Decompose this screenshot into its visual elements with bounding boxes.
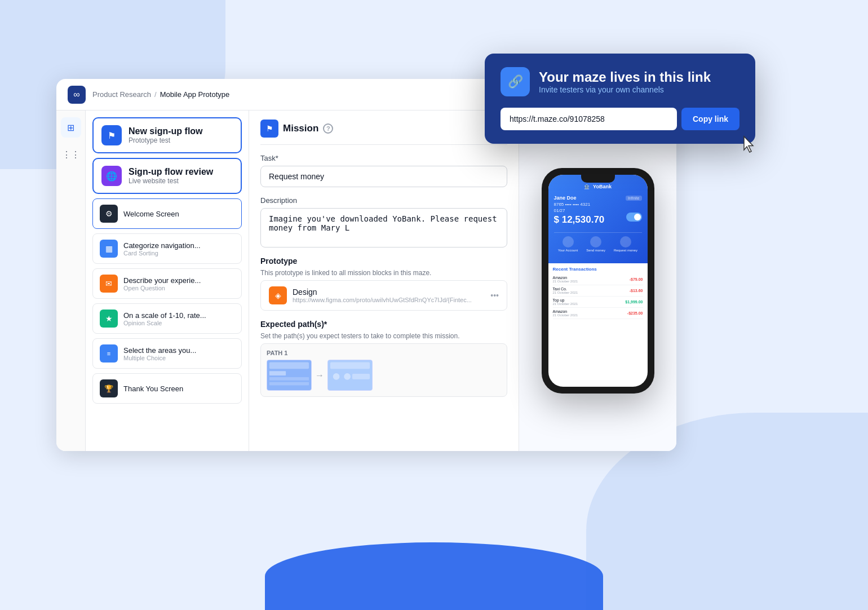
yobank-toggle[interactable]: [626, 213, 642, 222]
expected-paths-section: Expected path(s)* Set the path(s) you ex…: [260, 320, 507, 397]
prototype-info: Design https://www.figma.com/proto/uwilv…: [293, 288, 472, 303]
mission-help-icon[interactable]: ?: [323, 123, 333, 134]
popup-subtitle: Invite testers via your own channels: [539, 85, 711, 94]
yobank-header: 🏦 YoBank Jane Doe Infinite 8765 •••• •••…: [548, 175, 648, 263]
path-card-1: PATH 1 →: [260, 343, 507, 397]
yobank-status: Infinite: [626, 196, 642, 201]
breadcrumb-parent[interactable]: Product Research: [92, 90, 151, 99]
task-section: Task*: [260, 154, 507, 187]
app-sidebar: ⊞ ⋮⋮: [56, 110, 86, 451]
project-title-signup: New sign-up flow: [129, 126, 203, 136]
path-label: PATH 1: [267, 350, 501, 356]
screen-describe-sub: Open Question: [123, 285, 201, 291]
popup-link-input[interactable]: [501, 108, 677, 130]
sidebar-icon-apps[interactable]: ⋮⋮: [61, 144, 81, 165]
mission-label: Mission: [283, 123, 318, 134]
project-icon-review: 🌐: [101, 166, 122, 186]
trans-info-4: Amazon 21 October 2021: [553, 310, 578, 317]
popup-text: Your maze lives in this link Invite test…: [539, 69, 711, 94]
trans-amount-3: $1,999.00: [625, 300, 643, 304]
screen-welcome[interactable]: ⚙ Welcome Screen: [92, 198, 242, 229]
svg-point-7: [333, 373, 340, 380]
screen-thankyou-label: Thank You Screen: [123, 384, 183, 393]
svg-rect-2: [269, 371, 286, 375]
prototype-title: Prototype: [260, 257, 507, 266]
svg-rect-9: [352, 374, 370, 379]
trans-name-4: Amazon: [553, 310, 578, 313]
sidebar-icon-grid[interactable]: ⊞: [61, 117, 81, 138]
screen-thankyou-icon: 🏆: [100, 379, 118, 397]
prototype-desc: This prototype is linked to all mission …: [260, 269, 507, 277]
trans-date-1: 21 October 2021: [553, 280, 578, 283]
trans-date-4: 21 October 2021: [553, 313, 578, 317]
middle-panel: ⚑ Mission ? ⛓ ••• Task* Description Imag…: [249, 110, 519, 451]
project-info-signup: New sign-up flow Prototype test: [129, 126, 203, 144]
task-input[interactable]: [260, 166, 507, 187]
screen-select-label: Select the areas you...: [123, 346, 196, 355]
account-icon: [563, 236, 574, 247]
yobank-action-request[interactable]: Request money: [614, 236, 637, 252]
project-sub-signup: Prototype test: [129, 136, 203, 144]
trans-name-1: Amazon: [553, 276, 578, 280]
svg-rect-1: [269, 363, 309, 369]
yobank-balance: $ 12,530.70: [554, 214, 605, 226]
action-send-label: Send money: [586, 249, 605, 252]
svg-rect-6: [330, 363, 370, 369]
logo-icon: ∞: [73, 90, 79, 100]
popup-title: Your maze lives in this link: [539, 69, 711, 85]
prototype-card-icon: ◈: [269, 286, 287, 304]
project-card-signup[interactable]: ⚑ New sign-up flow Prototype test: [92, 117, 242, 153]
trans-amount-2: -$13.60: [630, 289, 643, 293]
screen-rate-icon: ★: [100, 310, 118, 328]
trans-row-2: Taxi Co. 21 October 2021 -$13.60: [553, 285, 643, 297]
project-sub-review: Live website test: [129, 177, 213, 185]
trans-info-1: Amazon 21 October 2021: [553, 276, 578, 283]
yobank-logo: YoBank: [593, 184, 612, 189]
description-textarea[interactable]: Imagine you've downloaded YoBank. Please…: [260, 208, 507, 247]
path-screens: →: [267, 360, 501, 391]
path-screen-thumb-1: [267, 360, 312, 391]
prototype-url: https://www.figma.com/proto/uwilvhUwGtSf…: [293, 297, 472, 303]
prototype-name: Design: [293, 288, 472, 297]
prototype-card[interactable]: ◈ Design https://www.figma.com/proto/uwi…: [260, 280, 507, 311]
screen-thankyou-text: Thank You Screen: [123, 384, 183, 393]
prototype-more-icon[interactable]: •••: [490, 291, 499, 300]
yobank-flag-icon: 🏦: [584, 184, 590, 189]
screen-rate[interactable]: ★ On a scale of 1-10, rate... Opinion Sc…: [92, 303, 242, 334]
mission-panel-header: ⚑ Mission ? ⛓ •••: [260, 120, 507, 145]
mission-icon: ⚑: [260, 120, 278, 138]
path-screen-thumb-2: [327, 360, 373, 391]
screen-categorize-label: Categorize navigation...: [123, 241, 201, 250]
trans-row-3: Top up 21 October 2021 $1,999.00: [553, 297, 643, 308]
trans-date-2: 21 October 2021: [553, 291, 578, 294]
transactions-title: Recent Transactions: [553, 267, 643, 272]
project-card-review[interactable]: 🌐 Sign-up flow review Live website test: [92, 158, 242, 194]
yobank-action-account[interactable]: Your Account: [558, 236, 578, 252]
screen-rate-text: On a scale of 1-10, rate... Opinion Scal…: [123, 311, 206, 326]
mission-title-group: ⚑ Mission ?: [260, 120, 333, 138]
phone-screen: 🏦 YoBank Jane Doe Infinite 8765 •••• •••…: [548, 175, 648, 387]
screen-thankyou[interactable]: 🏆 Thank You Screen: [92, 373, 242, 404]
popup-header: 🔗 Your maze lives in this link Invite te…: [501, 67, 739, 96]
screen-select-sub: Multiple Choice: [123, 355, 196, 361]
screen-rate-sub: Opinion Scale: [123, 320, 206, 326]
screen-describe[interactable]: ✉ Describe your experie... Open Question: [92, 268, 242, 299]
trans-row-4: Amazon 21 October 2021 -$235.00: [553, 308, 643, 319]
breadcrumb: Product Research / Mobile App Prototype: [92, 90, 229, 99]
send-icon: [590, 236, 601, 247]
action-account-label: Your Account: [558, 249, 578, 252]
screen-select[interactable]: ≡ Select the areas you... Multiple Choic…: [92, 338, 242, 369]
link-popup: 🔗 Your maze lives in this link Invite te…: [485, 54, 755, 144]
yobank-topbar: 🏦 YoBank: [554, 184, 642, 189]
breadcrumb-current[interactable]: Mobile App Prototype: [160, 90, 230, 99]
description-label: Description: [260, 196, 507, 205]
copy-link-button[interactable]: Copy link: [681, 108, 739, 130]
right-panel: 🏦 YoBank Jane Doe Infinite 8765 •••• •••…: [519, 110, 676, 451]
request-icon: [620, 236, 631, 247]
yobank-card-number: 8765 •••• •••• 4321: [554, 202, 642, 207]
svg-rect-3: [269, 377, 309, 381]
yobank-action-send[interactable]: Send money: [586, 236, 605, 252]
screen-welcome-icon: ⚙: [100, 205, 118, 223]
screen-categorize[interactable]: ▦ Categorize navigation... Card Sorting: [92, 233, 242, 264]
yobank-actions: Your Account Send money Request money: [554, 232, 642, 255]
